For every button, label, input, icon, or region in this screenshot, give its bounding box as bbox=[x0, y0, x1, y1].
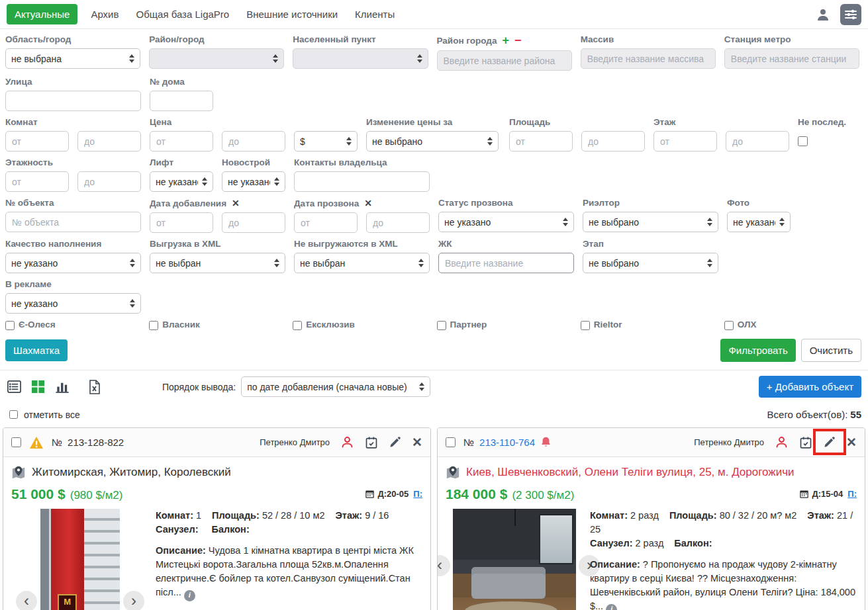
date-called-from-input[interactable] bbox=[294, 212, 358, 233]
advertised-select[interactable]: не указано bbox=[5, 293, 141, 314]
chart-view-icon[interactable] bbox=[54, 379, 70, 394]
excel-export-icon[interactable] bbox=[88, 379, 101, 395]
view-toolbar: Порядок вывода: по дате добавления (снач… bbox=[0, 370, 868, 403]
new-building-select[interactable]: не указано bbox=[222, 171, 285, 192]
metro-input[interactable] bbox=[724, 48, 859, 69]
floor-to-input[interactable] bbox=[726, 131, 789, 152]
call-status-select[interactable]: не указано bbox=[438, 212, 574, 232]
select-all-checkbox[interactable] bbox=[9, 410, 18, 419]
price-change-label: Изменение цены за bbox=[366, 117, 499, 127]
tab-external-sources[interactable]: Внешние источники bbox=[246, 9, 338, 20]
list-view-icon[interactable] bbox=[7, 379, 22, 394]
card1-edit-pencil-icon[interactable] bbox=[389, 436, 401, 449]
clear-button[interactable]: Очистить bbox=[801, 339, 861, 362]
checkbox-rieltor[interactable] bbox=[581, 321, 590, 330]
realtor-select[interactable]: не выбрано bbox=[583, 212, 718, 232]
card2-photo[interactable] bbox=[453, 509, 576, 610]
card1-area-label: Площадь: bbox=[212, 510, 260, 521]
chess-view-button[interactable]: Шахматка bbox=[5, 339, 68, 361]
date-called-to-input[interactable] bbox=[366, 212, 430, 233]
tab-clients[interactable]: Клиенты bbox=[355, 9, 395, 20]
card2-checkbox[interactable] bbox=[446, 437, 456, 447]
tab-actual[interactable]: Актуальные bbox=[7, 4, 77, 24]
district-select[interactable] bbox=[149, 48, 284, 69]
card2-address[interactable]: Киев, Шевченковский, Олени Теліги вулиця… bbox=[466, 466, 795, 479]
floors-total-to-input[interactable] bbox=[77, 171, 141, 192]
price-to-input[interactable] bbox=[222, 131, 285, 152]
card2-number[interactable]: 213-110-764 bbox=[479, 437, 535, 448]
filter-sliders-button[interactable] bbox=[840, 4, 861, 25]
price-change-select[interactable]: не выбрано bbox=[366, 131, 499, 152]
card2-edit-pencil-icon[interactable] bbox=[823, 436, 836, 449]
not-last-checkbox[interactable] bbox=[798, 136, 808, 146]
card2-close-icon[interactable]: ✕ bbox=[846, 436, 857, 449]
card1-next-photo-arrow[interactable]: › bbox=[123, 591, 144, 610]
floor-from-input[interactable] bbox=[653, 131, 717, 152]
quality-select[interactable]: не указано bbox=[5, 253, 141, 273]
card1-price-per-m2: (980 $/м2) bbox=[70, 489, 123, 502]
photo-filter-select[interactable]: не указано bbox=[727, 212, 791, 232]
object-cards: №213-128-822 Петренко Дмитро ✕ bbox=[0, 427, 868, 610]
card1-calendar-check-icon[interactable] bbox=[365, 435, 378, 449]
checkbox-partner[interactable] bbox=[437, 321, 446, 330]
object-id-input[interactable] bbox=[5, 212, 141, 232]
price-from-input[interactable] bbox=[150, 131, 213, 152]
date-called-clear-icon[interactable]: ✕ bbox=[364, 198, 372, 208]
region-select[interactable]: не выбрана bbox=[5, 48, 140, 69]
massif-input[interactable] bbox=[581, 48, 716, 69]
card2-info-icon[interactable]: i bbox=[606, 604, 617, 610]
add-city-district-icon[interactable]: + bbox=[502, 34, 509, 46]
card1-p-link[interactable]: П: bbox=[413, 489, 422, 499]
card2-agent-icon[interactable] bbox=[775, 435, 789, 449]
add-object-button[interactable]: + Добавить объект bbox=[759, 376, 861, 398]
tab-archive[interactable]: Архив bbox=[91, 9, 119, 20]
tab-ligapro-base[interactable]: Общая база LigaPro bbox=[136, 9, 229, 20]
city-district-input[interactable] bbox=[437, 50, 572, 71]
owner-contacts-label: Контакты владельца bbox=[294, 157, 430, 167]
card2-rooms-label: Комнат: bbox=[590, 510, 628, 521]
filter-panel: Область/город не выбрана Район/город Нас… bbox=[0, 29, 868, 370]
card2-p-link[interactable]: П: bbox=[847, 489, 857, 499]
card2-price: 184 000 $ bbox=[446, 486, 507, 502]
filter-button[interactable]: Фильтровать bbox=[720, 339, 795, 362]
checkbox-exclusive[interactable] bbox=[293, 321, 302, 330]
area-to-input[interactable] bbox=[581, 131, 645, 152]
card1-prev-photo-arrow[interactable]: ‹ bbox=[16, 591, 37, 610]
date-added-to-input[interactable] bbox=[222, 212, 285, 233]
card2-calendar-check-icon[interactable] bbox=[799, 435, 812, 449]
area-from-input[interactable] bbox=[509, 131, 573, 152]
stage-select[interactable]: не выбрано bbox=[583, 253, 718, 273]
currency-select[interactable]: $ bbox=[294, 131, 358, 152]
house-number-input[interactable] bbox=[150, 91, 213, 111]
card1-close-icon[interactable]: ✕ bbox=[412, 436, 422, 449]
elevator-select[interactable]: не указано bbox=[150, 171, 213, 192]
floors-total-from-input[interactable] bbox=[5, 171, 69, 192]
card2-prev-photo-arrow[interactable]: ‹ bbox=[437, 555, 450, 576]
user-icon[interactable] bbox=[815, 7, 831, 22]
remove-city-district-icon[interactable]: − bbox=[514, 34, 522, 46]
grid-view-icon[interactable] bbox=[30, 379, 46, 394]
checkbox-e-olesya[interactable] bbox=[5, 321, 15, 330]
card1-checkbox[interactable] bbox=[11, 437, 21, 447]
order-select[interactable]: по дате добавления (сначала новые) bbox=[241, 376, 430, 397]
card1-balcony-label: Балкон: bbox=[212, 524, 250, 535]
xml-export-select[interactable]: не выбран bbox=[150, 253, 285, 273]
card1-address[interactable]: Житомирская, Житомир, Королевский bbox=[32, 466, 231, 479]
settlement-select[interactable] bbox=[293, 48, 428, 69]
complex-input[interactable] bbox=[438, 253, 574, 273]
street-input[interactable] bbox=[5, 91, 141, 111]
checkbox-rieltor-label: Rieltor bbox=[594, 320, 622, 329]
date-added-clear-icon[interactable]: ✕ bbox=[232, 198, 240, 208]
date-added-from-input[interactable] bbox=[150, 212, 213, 233]
card1-agent-icon[interactable] bbox=[340, 435, 354, 449]
owner-contacts-input[interactable] bbox=[294, 171, 430, 192]
checkbox-olx[interactable] bbox=[724, 321, 734, 330]
rooms-to-input[interactable] bbox=[77, 131, 141, 152]
card1-photo[interactable] bbox=[40, 509, 120, 610]
rooms-from-input[interactable] bbox=[5, 131, 69, 152]
card2-desc-label: Описание: bbox=[590, 559, 640, 570]
card1-info-icon[interactable]: i bbox=[184, 590, 195, 601]
xml-not-export-select[interactable]: не выбран bbox=[294, 253, 430, 273]
checkbox-vlasnik[interactable] bbox=[149, 321, 158, 330]
sliders-icon bbox=[844, 9, 857, 21]
